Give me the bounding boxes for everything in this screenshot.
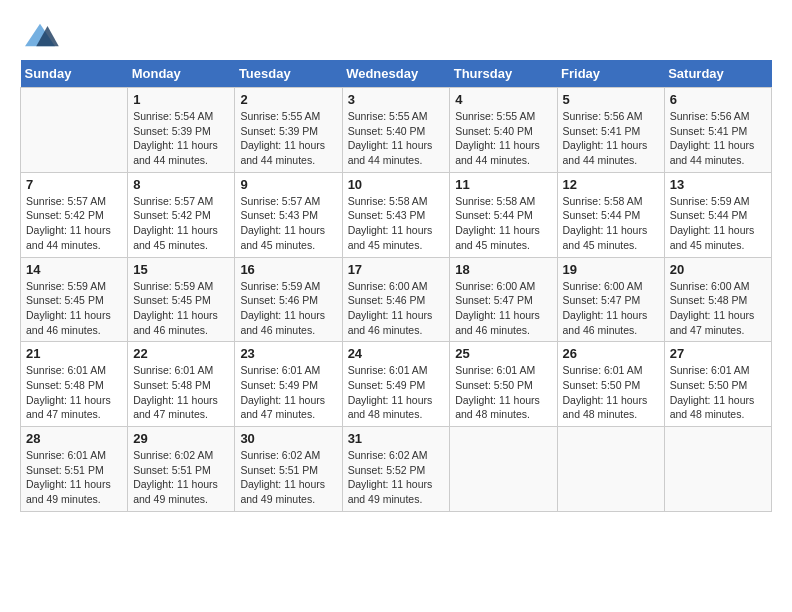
day-number: 10: [348, 177, 445, 192]
calendar-cell: 17Sunrise: 6:00 AMSunset: 5:46 PMDayligh…: [342, 257, 450, 342]
weekday-header: Monday: [128, 60, 235, 88]
calendar-cell: 19Sunrise: 6:00 AMSunset: 5:47 PMDayligh…: [557, 257, 664, 342]
calendar-cell: 29Sunrise: 6:02 AMSunset: 5:51 PMDayligh…: [128, 427, 235, 512]
day-info: Sunrise: 5:59 AMSunset: 5:45 PMDaylight:…: [26, 279, 122, 338]
day-info: Sunrise: 6:01 AMSunset: 5:50 PMDaylight:…: [563, 363, 659, 422]
day-number: 13: [670, 177, 766, 192]
day-number: 21: [26, 346, 122, 361]
day-info: Sunrise: 5:57 AMSunset: 5:43 PMDaylight:…: [240, 194, 336, 253]
day-info: Sunrise: 5:54 AMSunset: 5:39 PMDaylight:…: [133, 109, 229, 168]
day-number: 31: [348, 431, 445, 446]
weekday-header-row: SundayMondayTuesdayWednesdayThursdayFrid…: [21, 60, 772, 88]
calendar-cell: 23Sunrise: 6:01 AMSunset: 5:49 PMDayligh…: [235, 342, 342, 427]
calendar-week-row: 14Sunrise: 5:59 AMSunset: 5:45 PMDayligh…: [21, 257, 772, 342]
calendar-cell: 11Sunrise: 5:58 AMSunset: 5:44 PMDayligh…: [450, 172, 557, 257]
day-info: Sunrise: 5:57 AMSunset: 5:42 PMDaylight:…: [133, 194, 229, 253]
day-info: Sunrise: 5:56 AMSunset: 5:41 PMDaylight:…: [670, 109, 766, 168]
day-number: 24: [348, 346, 445, 361]
day-info: Sunrise: 6:02 AMSunset: 5:51 PMDaylight:…: [240, 448, 336, 507]
day-number: 6: [670, 92, 766, 107]
calendar-cell: 14Sunrise: 5:59 AMSunset: 5:45 PMDayligh…: [21, 257, 128, 342]
logo-icon: [20, 20, 60, 50]
calendar-cell: 5Sunrise: 5:56 AMSunset: 5:41 PMDaylight…: [557, 88, 664, 173]
calendar-cell: 15Sunrise: 5:59 AMSunset: 5:45 PMDayligh…: [128, 257, 235, 342]
day-number: 19: [563, 262, 659, 277]
calendar-cell: 7Sunrise: 5:57 AMSunset: 5:42 PMDaylight…: [21, 172, 128, 257]
weekday-header: Tuesday: [235, 60, 342, 88]
calendar-cell: 12Sunrise: 5:58 AMSunset: 5:44 PMDayligh…: [557, 172, 664, 257]
day-info: Sunrise: 6:01 AMSunset: 5:48 PMDaylight:…: [26, 363, 122, 422]
day-number: 16: [240, 262, 336, 277]
day-info: Sunrise: 6:01 AMSunset: 5:49 PMDaylight:…: [348, 363, 445, 422]
calendar-cell: 16Sunrise: 5:59 AMSunset: 5:46 PMDayligh…: [235, 257, 342, 342]
day-info: Sunrise: 5:58 AMSunset: 5:44 PMDaylight:…: [455, 194, 551, 253]
day-number: 3: [348, 92, 445, 107]
day-number: 1: [133, 92, 229, 107]
day-number: 5: [563, 92, 659, 107]
day-info: Sunrise: 5:59 AMSunset: 5:44 PMDaylight:…: [670, 194, 766, 253]
page-header: [20, 20, 772, 50]
calendar-cell: [557, 427, 664, 512]
day-number: 8: [133, 177, 229, 192]
calendar-cell: 20Sunrise: 6:00 AMSunset: 5:48 PMDayligh…: [664, 257, 771, 342]
calendar-cell: 26Sunrise: 6:01 AMSunset: 5:50 PMDayligh…: [557, 342, 664, 427]
day-info: Sunrise: 5:58 AMSunset: 5:43 PMDaylight:…: [348, 194, 445, 253]
day-info: Sunrise: 6:02 AMSunset: 5:52 PMDaylight:…: [348, 448, 445, 507]
calendar-cell: 24Sunrise: 6:01 AMSunset: 5:49 PMDayligh…: [342, 342, 450, 427]
day-number: 14: [26, 262, 122, 277]
day-number: 25: [455, 346, 551, 361]
day-number: 17: [348, 262, 445, 277]
calendar-cell: 21Sunrise: 6:01 AMSunset: 5:48 PMDayligh…: [21, 342, 128, 427]
calendar-cell: 25Sunrise: 6:01 AMSunset: 5:50 PMDayligh…: [450, 342, 557, 427]
logo: [20, 20, 66, 50]
calendar-cell: [664, 427, 771, 512]
day-info: Sunrise: 6:00 AMSunset: 5:47 PMDaylight:…: [455, 279, 551, 338]
weekday-header: Friday: [557, 60, 664, 88]
calendar-cell: [450, 427, 557, 512]
day-number: 11: [455, 177, 551, 192]
day-number: 15: [133, 262, 229, 277]
calendar-cell: 3Sunrise: 5:55 AMSunset: 5:40 PMDaylight…: [342, 88, 450, 173]
day-info: Sunrise: 5:56 AMSunset: 5:41 PMDaylight:…: [563, 109, 659, 168]
day-number: 29: [133, 431, 229, 446]
day-info: Sunrise: 6:00 AMSunset: 5:46 PMDaylight:…: [348, 279, 445, 338]
day-info: Sunrise: 5:59 AMSunset: 5:46 PMDaylight:…: [240, 279, 336, 338]
weekday-header: Saturday: [664, 60, 771, 88]
calendar-cell: [21, 88, 128, 173]
calendar-cell: 18Sunrise: 6:00 AMSunset: 5:47 PMDayligh…: [450, 257, 557, 342]
weekday-header: Sunday: [21, 60, 128, 88]
day-info: Sunrise: 5:55 AMSunset: 5:40 PMDaylight:…: [455, 109, 551, 168]
day-number: 2: [240, 92, 336, 107]
calendar-cell: 22Sunrise: 6:01 AMSunset: 5:48 PMDayligh…: [128, 342, 235, 427]
calendar-table: SundayMondayTuesdayWednesdayThursdayFrid…: [20, 60, 772, 512]
calendar-week-row: 28Sunrise: 6:01 AMSunset: 5:51 PMDayligh…: [21, 427, 772, 512]
calendar-cell: 8Sunrise: 5:57 AMSunset: 5:42 PMDaylight…: [128, 172, 235, 257]
day-number: 23: [240, 346, 336, 361]
day-info: Sunrise: 6:01 AMSunset: 5:50 PMDaylight:…: [455, 363, 551, 422]
calendar-cell: 27Sunrise: 6:01 AMSunset: 5:50 PMDayligh…: [664, 342, 771, 427]
day-info: Sunrise: 6:00 AMSunset: 5:47 PMDaylight:…: [563, 279, 659, 338]
calendar-week-row: 21Sunrise: 6:01 AMSunset: 5:48 PMDayligh…: [21, 342, 772, 427]
calendar-cell: 30Sunrise: 6:02 AMSunset: 5:51 PMDayligh…: [235, 427, 342, 512]
calendar-cell: 13Sunrise: 5:59 AMSunset: 5:44 PMDayligh…: [664, 172, 771, 257]
calendar-cell: 9Sunrise: 5:57 AMSunset: 5:43 PMDaylight…: [235, 172, 342, 257]
calendar-cell: 28Sunrise: 6:01 AMSunset: 5:51 PMDayligh…: [21, 427, 128, 512]
day-info: Sunrise: 6:00 AMSunset: 5:48 PMDaylight:…: [670, 279, 766, 338]
day-info: Sunrise: 5:59 AMSunset: 5:45 PMDaylight:…: [133, 279, 229, 338]
day-number: 26: [563, 346, 659, 361]
calendar-cell: 4Sunrise: 5:55 AMSunset: 5:40 PMDaylight…: [450, 88, 557, 173]
day-number: 9: [240, 177, 336, 192]
day-number: 12: [563, 177, 659, 192]
calendar-cell: 1Sunrise: 5:54 AMSunset: 5:39 PMDaylight…: [128, 88, 235, 173]
calendar-cell: 2Sunrise: 5:55 AMSunset: 5:39 PMDaylight…: [235, 88, 342, 173]
day-info: Sunrise: 5:57 AMSunset: 5:42 PMDaylight:…: [26, 194, 122, 253]
day-number: 30: [240, 431, 336, 446]
day-info: Sunrise: 5:58 AMSunset: 5:44 PMDaylight:…: [563, 194, 659, 253]
day-number: 7: [26, 177, 122, 192]
day-info: Sunrise: 6:01 AMSunset: 5:50 PMDaylight:…: [670, 363, 766, 422]
day-number: 22: [133, 346, 229, 361]
day-info: Sunrise: 6:02 AMSunset: 5:51 PMDaylight:…: [133, 448, 229, 507]
day-info: Sunrise: 6:01 AMSunset: 5:49 PMDaylight:…: [240, 363, 336, 422]
day-info: Sunrise: 5:55 AMSunset: 5:40 PMDaylight:…: [348, 109, 445, 168]
day-number: 27: [670, 346, 766, 361]
